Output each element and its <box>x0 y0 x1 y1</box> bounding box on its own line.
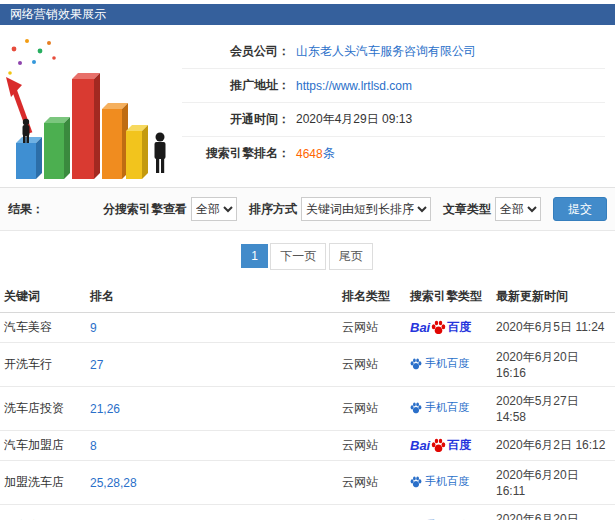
keyword-cell: 汽车加盟店 <box>0 431 86 461</box>
last-page-button[interactable]: 尾页 <box>329 243 373 270</box>
info-label: 搜索引擎排名： <box>182 145 290 162</box>
info-value-link[interactable]: https://www.lrtlsd.com <box>296 79 412 93</box>
rank-type-cell: 云网站 <box>338 461 406 505</box>
info-suffix: 条 <box>323 145 335 162</box>
rank-cell[interactable]: 9 <box>86 313 338 343</box>
update-time-cell: 2020年6月5日 11:24 <box>492 313 615 343</box>
info-label: 开通时间： <box>182 111 290 128</box>
info-value: 2020年4月29日 09:13 <box>296 111 412 128</box>
table-row: 加盟洗车店25,28,28云网站手机百度2020年6月20日 16:11 <box>0 461 615 505</box>
engine-cell: Bai百度 <box>406 431 492 461</box>
rank-cell[interactable]: 8 <box>86 431 338 461</box>
table-row: 汽车加盟店8云网站Bai百度2020年6月2日 16:12 <box>0 431 615 461</box>
company-info-panel: 会员公司：山东老人头汽车服务咨询有限公司推广地址：https://www.lrt… <box>0 25 615 188</box>
col-header-keyword: 关键词 <box>0 281 86 313</box>
submit-button[interactable]: 提交 <box>553 197 607 221</box>
engine-filter-select[interactable]: 全部 <box>191 197 237 221</box>
results-table-body: 汽车美容9云网站Bai百度2020年6月5日 11:24开洗车行27云网站手机百… <box>0 313 615 520</box>
col-header-rank: 排名 <box>86 281 338 313</box>
baidu-paw-icon <box>410 358 422 370</box>
rank-type-cell: 云网站 <box>338 387 406 431</box>
keyword-cell: 加盟洗车店 <box>0 461 86 505</box>
info-label: 会员公司： <box>182 43 290 60</box>
results-table: 关键词 排名 排名类型 搜索引擎类型 最新更新时间 汽车美容9云网站Bai百度2… <box>0 281 615 520</box>
rank-type-cell: 云网站 <box>338 343 406 387</box>
baidu-paw-icon <box>410 476 422 488</box>
table-row: 洗车店投资21,26云网站手机百度2020年5月27日 14:58 <box>0 387 615 431</box>
keyword-cell: 汽车美容 <box>0 313 86 343</box>
info-value-link[interactable]: 山东老人头汽车服务咨询有限公司 <box>296 43 476 60</box>
info-value: 4648 <box>296 147 323 161</box>
filter-bar: 结果： 分搜索引擎查看 全部 排序方式 关键词由短到长排序 文章类型 全部 提交 <box>0 188 615 231</box>
info-label: 推广地址： <box>182 77 290 94</box>
rank-cell[interactable]: 30 <box>86 505 338 520</box>
bar-chart-illustration <box>0 31 182 183</box>
baidu-latin-text: Bai <box>410 438 430 453</box>
page-1-button[interactable]: 1 <box>241 244 268 268</box>
company-info: 会员公司：山东老人头汽车服务咨询有限公司推广地址：https://www.lrt… <box>182 31 615 183</box>
baidu-cn-text: 百度 <box>447 319 471 336</box>
baidu-cn-text: 百度 <box>447 437 471 454</box>
baidu-paw-icon <box>431 438 446 453</box>
engine-cell: Bai百度 <box>406 313 492 343</box>
page-title: 网络营销效果展示 <box>10 7 106 21</box>
info-row: 推广地址：https://www.lrtlsd.com <box>182 69 605 103</box>
update-time-cell: 2020年5月27日 14:58 <box>492 387 615 431</box>
growth-chart-graphic <box>0 31 182 183</box>
baidu-logo: Bai百度 <box>410 319 471 336</box>
keyword-cell: 开洗车行 <box>0 343 86 387</box>
table-header-row: 关键词 排名 排名类型 搜索引擎类型 最新更新时间 <box>0 281 615 313</box>
rank-cell[interactable]: 25,28,28 <box>86 461 338 505</box>
keyword-cell: 洗车赚钱吗 <box>0 505 86 520</box>
filter-controls: 分搜索引擎查看 全部 排序方式 关键词由短到长排序 文章类型 全部 提交 <box>91 197 607 221</box>
engine-cell: 手机百度 <box>406 343 492 387</box>
col-header-engine-type: 搜索引擎类型 <box>406 281 492 313</box>
page-header: 网络营销效果展示 <box>0 4 615 25</box>
rank-cell[interactable]: 21,26 <box>86 387 338 431</box>
mobile-baidu-text: 手机百度 <box>425 400 469 415</box>
next-page-button[interactable]: 下一页 <box>270 243 326 270</box>
baidu-paw-icon <box>410 402 422 414</box>
sort-filter-label: 排序方式 <box>249 201 297 218</box>
baidu-paw-icon <box>431 320 446 335</box>
mobile-baidu-logo: 手机百度 <box>410 356 469 371</box>
baidu-logo: Bai百度 <box>410 437 471 454</box>
baidu-latin-text: Bai <box>410 320 430 335</box>
engine-filter-label: 分搜索引擎查看 <box>103 201 187 218</box>
article-type-label: 文章类型 <box>443 201 491 218</box>
update-time-cell: 2020年6月20日 16:11 <box>492 461 615 505</box>
mobile-baidu-logo: 手机百度 <box>410 400 469 415</box>
keyword-cell: 洗车店投资 <box>0 387 86 431</box>
mobile-baidu-text: 手机百度 <box>425 474 469 489</box>
rank-type-cell: 云网站 <box>338 431 406 461</box>
rank-type-cell: 云网站 <box>338 313 406 343</box>
mobile-baidu-text: 手机百度 <box>425 356 469 371</box>
col-header-update-time: 最新更新时间 <box>492 281 615 313</box>
table-row: 洗车赚钱吗30云网站手机百度2020年6月20日 16:12 <box>0 505 615 520</box>
table-row: 汽车美容9云网站Bai百度2020年6月5日 11:24 <box>0 313 615 343</box>
pagination: 1 下一页 尾页 <box>0 231 615 281</box>
update-time-cell: 2020年6月2日 16:12 <box>492 431 615 461</box>
update-time-cell: 2020年6月20日 16:12 <box>492 505 615 520</box>
rank-type-cell: 云网站 <box>338 505 406 520</box>
rank-cell[interactable]: 27 <box>86 343 338 387</box>
article-type-select[interactable]: 全部 <box>495 197 541 221</box>
mobile-baidu-logo: 手机百度 <box>410 474 469 489</box>
info-row: 搜索引擎排名：4648条 <box>182 137 605 170</box>
engine-cell: 手机百度 <box>406 461 492 505</box>
engine-cell: 手机百度 <box>406 387 492 431</box>
table-row: 开洗车行27云网站手机百度2020年6月20日 16:16 <box>0 343 615 387</box>
sort-filter-select[interactable]: 关键词由短到长排序 <box>301 197 431 221</box>
info-row: 开通时间：2020年4月29日 09:13 <box>182 103 605 137</box>
results-label: 结果： <box>8 201 44 218</box>
col-header-rank-type: 排名类型 <box>338 281 406 313</box>
engine-cell: 手机百度 <box>406 505 492 520</box>
info-row: 会员公司：山东老人头汽车服务咨询有限公司 <box>182 35 605 69</box>
update-time-cell: 2020年6月20日 16:16 <box>492 343 615 387</box>
